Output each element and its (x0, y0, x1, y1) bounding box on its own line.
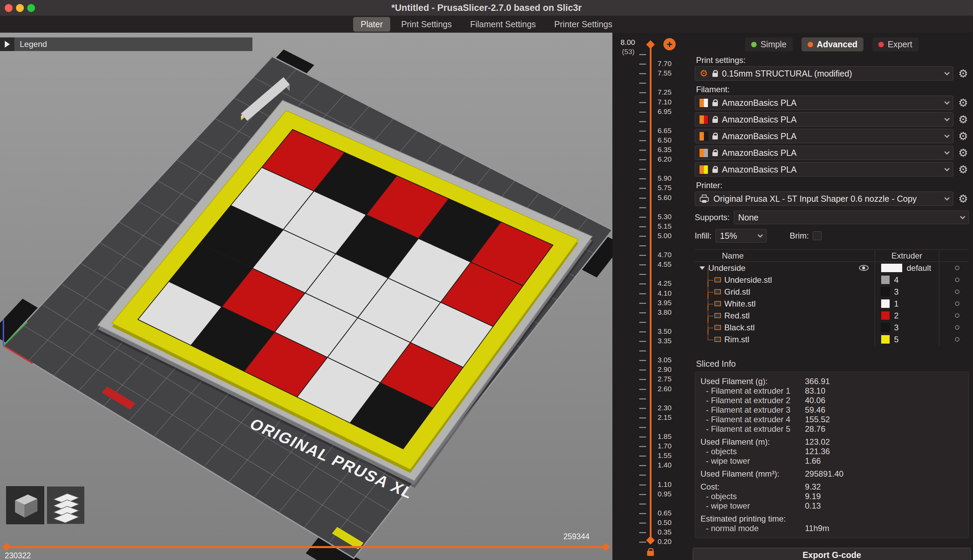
filament-combo-3[interactable]: AmazonBasics PLA (695, 129, 953, 143)
printable-toggle-icon[interactable] (955, 325, 960, 330)
layer-slider-bottom-handle[interactable] (646, 536, 655, 544)
infill-value: 15% (720, 231, 737, 241)
object-row-underside-stl[interactable]: Underside.stl4 (695, 274, 969, 286)
tab-printer-settings[interactable]: Printer Settings (547, 17, 620, 32)
sliced-info-value: 295891.40 (805, 469, 963, 479)
mode-expert-button[interactable]: Expert (872, 37, 918, 52)
printable-toggle-icon[interactable] (955, 278, 960, 282)
layer-tick-label: 3.35 (658, 337, 671, 345)
infill-combo[interactable]: 15% (715, 229, 766, 243)
layer-tick (639, 417, 646, 418)
printable-toggle-icon[interactable] (955, 290, 960, 294)
gear-icon[interactable] (957, 114, 969, 125)
gear-icon[interactable] (957, 164, 969, 175)
object-row-underside-group[interactable]: Underside default (695, 262, 969, 274)
filament-combo-5[interactable]: AmazonBasics PLA (695, 162, 953, 177)
sliced-info-label: Used Filament (g): (700, 377, 805, 386)
mode-simple-button[interactable]: Simple (745, 37, 792, 52)
layer-slider-track[interactable] (650, 46, 651, 540)
chevron-down-icon (945, 132, 950, 138)
sliced-info-row: - Filament at extruder 240.06 (700, 396, 963, 405)
column-header-extruder[interactable]: Extruder (875, 251, 939, 261)
fullscreen-button[interactable] (27, 4, 35, 12)
collapse-caret-icon[interactable] (700, 267, 705, 270)
gear-icon[interactable] (957, 97, 969, 108)
viewport-3d[interactable]: ORIGINAL PRUSA XL Legend 230322 (0, 33, 612, 560)
layer-tick-label: 3.05 (658, 356, 671, 364)
layer-tick (639, 83, 646, 84)
supports-value: None (738, 213, 759, 223)
layer-slider-top-handle[interactable] (646, 40, 655, 48)
gear-icon[interactable] (957, 68, 969, 79)
layer-tick-label: 7.55 (658, 69, 671, 77)
chevron-down-icon (960, 214, 966, 219)
legend-expand-icon[interactable] (0, 37, 14, 51)
tab-filament-settings[interactable]: Filament Settings (463, 17, 543, 32)
filament-combo-2[interactable]: AmazonBasics PLA (695, 112, 953, 127)
view-mode-3d-button[interactable] (6, 486, 44, 524)
lock-icon (712, 152, 718, 156)
object-row-white-stl[interactable]: White.stl1 (695, 298, 969, 310)
extruder-swatch[interactable] (881, 263, 903, 273)
export-gcode-button[interactable]: Export G-code (693, 548, 971, 560)
mode-advanced-button[interactable]: Advanced (801, 37, 863, 52)
object-row-black-stl[interactable]: Black.stl3 (695, 322, 969, 333)
layer-tick-label: 5.75 (658, 184, 671, 192)
print-settings-combo[interactable]: 0.15mm STRUCTURAL (modified) (695, 66, 953, 81)
object-part-icon (715, 277, 721, 282)
3d-scene-canvas[interactable]: ORIGINAL PRUSA XL (0, 33, 612, 560)
view-mode-layers-button[interactable] (47, 486, 85, 524)
right-panel: SimpleAdvancedExpert Print settings: 0.1… (691, 33, 973, 560)
sliced-info-label: - Filament at extruder 1 (700, 386, 805, 396)
extruder-swatch[interactable] (881, 299, 890, 308)
slider-lock-icon[interactable] (647, 551, 654, 556)
extruder-swatch[interactable] (881, 323, 890, 332)
filament-color-swatch (699, 148, 708, 158)
gear-icon[interactable] (957, 147, 969, 158)
printable-toggle-icon[interactable] (955, 302, 960, 306)
column-header-name[interactable]: Name (695, 251, 875, 261)
sliced-info-row: Cost:9.32 (700, 482, 963, 492)
object-row-grid-stl[interactable]: Grid.stl3 (695, 286, 969, 298)
extruder-swatch[interactable] (881, 287, 890, 296)
layer-tick (639, 312, 646, 313)
layer-tick-label: 6.65 (658, 127, 671, 135)
brim-checkbox[interactable] (813, 232, 821, 240)
extruder-swatch[interactable] (881, 275, 890, 284)
extruder-value: 4 (894, 275, 898, 285)
gear-icon[interactable] (957, 131, 969, 142)
close-button[interactable] (5, 4, 13, 12)
layer-tick-label: 6.50 (658, 136, 671, 144)
object-row-red-stl[interactable]: Red.stl2 (695, 310, 969, 322)
sliced-info-row: Estimated printing time: (700, 514, 963, 523)
printable-toggle-icon[interactable] (955, 313, 960, 318)
extruder-swatch[interactable] (881, 311, 890, 320)
tab-plater[interactable]: Plater (353, 17, 390, 32)
lock-icon (712, 169, 718, 173)
horizontal-range-slider[interactable] (6, 546, 606, 548)
extruder-swatch[interactable] (881, 335, 890, 344)
printer-combo[interactable]: Original Prusa XL - 5T Input Shaper 0.6 … (695, 192, 953, 206)
sliced-info-value: 28.76 (805, 424, 963, 434)
supports-combo[interactable]: None (734, 211, 969, 224)
object-row-rim-stl[interactable]: Rim.stl5 (695, 333, 969, 345)
layer-tick (639, 494, 646, 495)
minimize-button[interactable] (16, 4, 24, 12)
window-title: *Untitled - PrusaSlicer-2.7.0 based on S… (391, 3, 582, 13)
legend-bar[interactable]: Legend (0, 37, 252, 51)
layer-tick-label: 1.55 (658, 452, 671, 460)
add-color-change-button[interactable] (663, 38, 676, 50)
layer-tick-label: 5.00 (658, 232, 671, 240)
object-part-icon (715, 289, 721, 294)
printable-toggle-icon[interactable] (955, 337, 960, 342)
filament-combo-1[interactable]: AmazonBasics PLA (695, 96, 953, 110)
printable-toggle-icon[interactable] (955, 266, 960, 270)
filament-combo-4[interactable]: AmazonBasics PLA (695, 146, 953, 160)
tab-print-settings[interactable]: Print Settings (394, 17, 459, 32)
layer-tick (639, 169, 646, 170)
layer-tick (639, 475, 646, 476)
sliced-info-value: 9.32 (805, 482, 963, 492)
gear-icon[interactable] (957, 193, 969, 204)
filament-name: AmazonBasics PLA (722, 148, 797, 158)
visibility-eye-icon[interactable] (859, 265, 868, 271)
